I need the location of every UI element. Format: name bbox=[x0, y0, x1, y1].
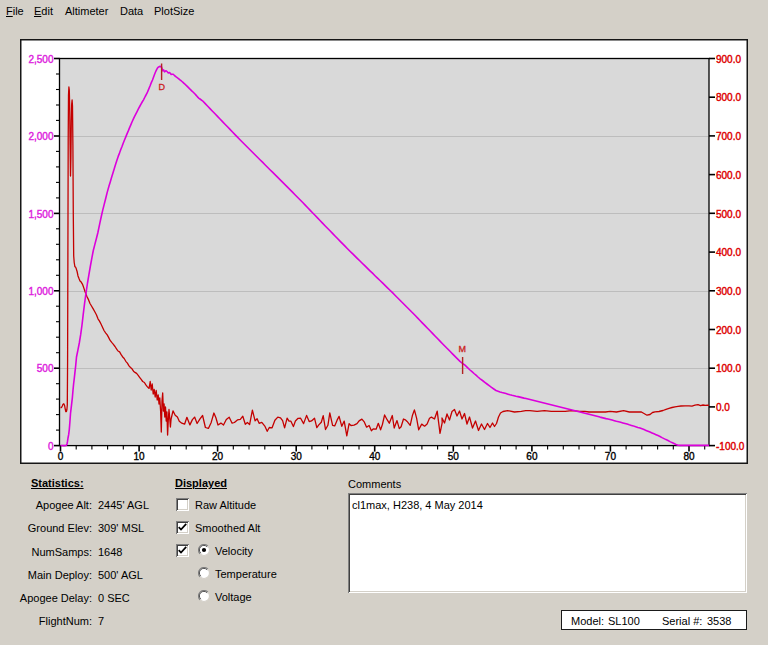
svg-text:0: 0 bbox=[48, 441, 54, 452]
svg-text:1,000: 1,000 bbox=[28, 286, 53, 297]
svg-text:500: 500 bbox=[37, 363, 54, 374]
svg-text:600.0: 600.0 bbox=[716, 170, 741, 181]
svg-text:D: D bbox=[158, 82, 165, 92]
svg-text:M: M bbox=[458, 344, 466, 354]
svg-text:1,500: 1,500 bbox=[28, 209, 53, 220]
svg-text:500.0: 500.0 bbox=[716, 209, 741, 220]
svg-text:400.0: 400.0 bbox=[716, 247, 741, 258]
svg-text:2,500: 2,500 bbox=[28, 54, 53, 65]
svg-text:80: 80 bbox=[683, 451, 695, 462]
svg-text:200.0: 200.0 bbox=[716, 325, 741, 336]
svg-text:50: 50 bbox=[448, 451, 460, 462]
svg-text:30: 30 bbox=[291, 451, 303, 462]
svg-text:40: 40 bbox=[369, 451, 381, 462]
svg-text:60: 60 bbox=[526, 451, 538, 462]
svg-text:300.0: 300.0 bbox=[716, 286, 741, 297]
svg-text:-100.0: -100.0 bbox=[716, 441, 745, 452]
svg-text:20: 20 bbox=[212, 451, 224, 462]
svg-text:0: 0 bbox=[58, 451, 64, 462]
svg-text:10: 10 bbox=[134, 451, 146, 462]
svg-text:2,000: 2,000 bbox=[28, 131, 53, 142]
svg-text:700.0: 700.0 bbox=[716, 131, 741, 142]
svg-text:100.0: 100.0 bbox=[716, 363, 741, 374]
svg-text:800.0: 800.0 bbox=[716, 92, 741, 103]
svg-text:900.0: 900.0 bbox=[716, 54, 741, 65]
svg-text:70: 70 bbox=[605, 451, 617, 462]
svg-text:0.0: 0.0 bbox=[716, 402, 730, 413]
